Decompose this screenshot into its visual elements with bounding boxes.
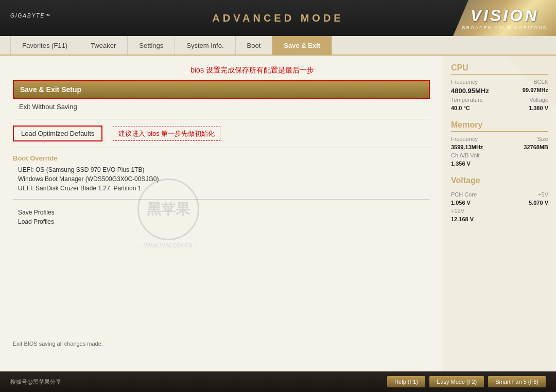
gigabyte-logo: GIGABYTE™ — [10, 11, 51, 25]
header-center: ADVANCED MODE — [212, 12, 343, 24]
save-profiles[interactable]: Save Profiles — [13, 208, 430, 217]
status-buttons: Help (F1) Easy Mode (F2) Smart Fan 5 (F6… — [387, 376, 546, 387]
logo-text: GIGABYTE — [10, 13, 45, 19]
advanced-mode-title: ADVANCED MODE — [212, 12, 343, 24]
cpu-title: CPU — [451, 63, 548, 75]
boot-item-0[interactable]: UEFI: OS (Samsung SSD 970 EVO Plus 1TB) — [13, 165, 430, 174]
tab-boot[interactable]: Boot — [236, 36, 273, 55]
tab-sysinfo[interactable]: System Info. — [175, 36, 235, 55]
left-panel: bios 设置完成保存所有配置是最后一步 Save & Exit Setup E… — [0, 56, 443, 371]
boot-item-1[interactable]: Windows Boot Manager (WDS500G3X0C-00SJG0… — [13, 174, 430, 184]
cpu-temp-row-labels: Temperature Voltage — [451, 97, 548, 103]
boot-item-2[interactable]: UEFI: SanDisk Cruzer Blade 1.27, Partiti… — [13, 184, 430, 193]
mem-freq-value: 3599.13MHz — [451, 144, 483, 150]
volt-pch-label: PCH Core — [451, 191, 477, 198]
mem-size-value: 32768MB — [524, 144, 548, 150]
bios-container: GIGABYTE™ ADVANCED MODE 11/22/2020 Sunda… — [0, 0, 556, 392]
vision-text: VISION — [471, 6, 538, 25]
cpu-temp-label: Temperature — [451, 97, 483, 103]
cpu-bclk-value: 99.97MHz — [523, 87, 548, 95]
cpu-temp-row-values: 40.0 °C 1.380 V — [451, 105, 548, 111]
separator-1 — [13, 119, 430, 119]
load-defaults-button[interactable]: Load Optimized Defaults — [13, 126, 102, 141]
cpu-volt-label: Voltage — [529, 97, 548, 103]
volt-12v-label: +12V — [451, 208, 464, 214]
mem-freq-row-labels: Frequency Size — [451, 136, 548, 142]
tab-tweaker[interactable]: Tweaker — [79, 36, 128, 55]
smart-fan-button[interactable]: Smart Fan 5 (F6) — [488, 376, 546, 387]
load-defaults-row: Load Optimized Defaults 建议进入 bios 第一步先做初… — [13, 126, 430, 141]
tab-save-exit[interactable]: Save & Exit — [272, 36, 332, 55]
volt-12v-value: 12.168 V — [451, 216, 474, 222]
cpu-bclk-label: BCLK — [533, 79, 548, 85]
header-left: GIGABYTE™ — [10, 11, 51, 25]
volt-5v-value: 5.070 V — [529, 200, 548, 206]
mem-chavolt-value: 1.356 V — [451, 161, 471, 167]
cpu-temp-value: 40.0 °C — [451, 105, 470, 111]
watermark-text: — WWW.IMACOSX.CN — — [137, 243, 199, 248]
nav-tabs: Favorites (F11) Tweaker Settings System … — [0, 36, 556, 56]
cpu-volt-value: 1.380 V — [529, 105, 548, 111]
memory-section: Memory Frequency Size 3599.13MHz 32768MB… — [451, 120, 548, 167]
status-bar: 搜狐号@黑苹果分享 Help (F1) Easy Mode (F2) Smart… — [0, 371, 556, 392]
voltage-section: Voltage PCH Core +5V 1.056 V 5.070 V +12… — [451, 176, 548, 222]
bottom-links: Save Profiles Load Profiles — [13, 208, 430, 226]
bottom-note: Exit BIOS saving all changes made. — [13, 341, 103, 347]
exit-without-saving[interactable]: Exit Without Saving — [13, 101, 430, 113]
cpu-freq-row: Frequency BCLK — [451, 79, 548, 85]
mem-size-label: Size — [537, 136, 548, 142]
easy-mode-button[interactable]: Easy Mode (F2) — [429, 376, 484, 387]
help-button[interactable]: Help (F1) — [387, 376, 425, 387]
logo-tm: ™ — [45, 13, 51, 19]
volt-pch-value: 1.056 V — [451, 200, 471, 206]
volt-5v-label: +5V — [538, 191, 548, 198]
separator-2 — [13, 148, 430, 148]
mem-freq-row-values: 3599.13MHz 32768MB — [451, 144, 548, 150]
content-area: bios 设置完成保存所有配置是最后一步 Save & Exit Setup E… — [0, 56, 556, 371]
right-panel: CPU Frequency BCLK 4800.95MHz 99.97MHz T… — [443, 56, 556, 371]
cpu-section: CPU Frequency BCLK 4800.95MHz 99.97MHz T… — [451, 63, 548, 111]
mem-freq-label: Frequency — [451, 136, 478, 142]
volt-pch-row-values: 1.056 V 5.070 V — [451, 200, 548, 206]
mem-chavolt-label-row: Ch A/B Volt — [451, 152, 548, 158]
load-defaults-hint: 建议进入 bios 第一步先做初始化 — [113, 127, 220, 141]
cpu-freq-values: 4800.95MHz 99.97MHz — [451, 87, 548, 95]
memory-title: Memory — [451, 120, 548, 132]
load-profiles[interactable]: Load Profiles — [13, 217, 430, 226]
tab-favorites[interactable]: Favorites (F11) — [10, 36, 79, 55]
cpu-freq-label: Frequency — [451, 79, 478, 85]
volt-pch-row-labels: PCH Core +5V — [451, 191, 548, 198]
mem-chavolt-value-row: 1.356 V — [451, 161, 548, 167]
separator-3 — [13, 199, 430, 200]
tab-settings[interactable]: Settings — [128, 36, 175, 55]
header: GIGABYTE™ ADVANCED MODE 11/22/2020 Sunda… — [0, 0, 556, 36]
instruction-text: bios 设置完成保存所有配置是最后一步 — [75, 66, 430, 75]
voltage-title: Voltage — [451, 176, 548, 187]
volt-12v-value-row: 12.168 V — [451, 216, 548, 222]
cpu-freq-value: 4800.95MHz — [451, 87, 489, 95]
vision-logo: VISION BROADEN YOUR HORIZONS — [453, 0, 556, 36]
boot-override-label: Boot Override — [13, 154, 430, 162]
save-exit-button[interactable]: Save & Exit Setup — [13, 80, 430, 99]
vision-subtitle: BROADEN YOUR HORIZONS — [462, 25, 547, 30]
volt-12v-label-row: +12V — [451, 208, 548, 214]
mem-chavolt-label: Ch A/B Volt — [451, 152, 480, 158]
status-text: 搜狐号@黑苹果分享 — [10, 378, 61, 386]
